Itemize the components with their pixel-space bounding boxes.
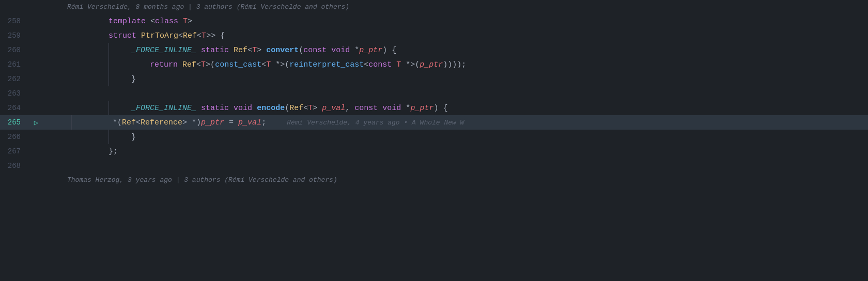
line-number-258: 258 (0, 17, 31, 25)
line-number-268: 268 (0, 162, 31, 170)
line-gutter-268: 268 (0, 162, 67, 170)
line-gutter-266: 266 (0, 133, 67, 141)
line-number-264: 264 (0, 104, 31, 112)
line-number-262: 262 (0, 75, 31, 83)
keyword-force-inline2: _FORCE_INLINE_ (131, 104, 196, 113)
git-blame-bottom-text: Thomas Herzog, 3 years ago | 3 authors (… (67, 176, 337, 184)
line-gutter-258: 258 (0, 17, 67, 25)
line-number-260: 260 (0, 46, 31, 54)
line-gutter-262: 262 (0, 75, 67, 83)
line-number-266: 266 (0, 133, 31, 141)
fn-encode: encode (257, 104, 285, 113)
line-gutter-259: 259 (0, 32, 67, 40)
git-blame-bottom: Thomas Herzog, 3 years ago | 3 authors (… (0, 173, 868, 187)
code-editor: Rémi Verschelde, 8 months ago | 3 author… (0, 0, 868, 281)
line-gutter-264: 264 (0, 104, 67, 112)
line-arrow-265: ▷ (31, 118, 41, 127)
code-line-262: 262 } (0, 72, 868, 86)
line-gutter-263: 263 (0, 89, 67, 98)
code-line-267: 267 }; (0, 144, 868, 159)
code-line-268: 268 (0, 159, 868, 173)
line-gutter-267: 267 (0, 147, 67, 155)
line-number-259: 259 (0, 32, 31, 40)
line-number-267: 267 (0, 147, 31, 155)
line-content-268[interactable] (67, 162, 868, 170)
line-gutter-265: 265 ▷ (0, 118, 67, 127)
line-gutter-261: 261 (0, 60, 67, 69)
code-lines: 258 template <class T> 259 struct PtrToA… (0, 14, 868, 173)
code-line-264: 264 _FORCE_INLINE_ static void encode(Re… (0, 101, 868, 115)
line-gutter-260: 260 (0, 46, 67, 54)
line-number-261: 261 (0, 60, 31, 69)
line-number-263: 263 (0, 89, 31, 98)
line-number-265: 265 (0, 118, 31, 127)
